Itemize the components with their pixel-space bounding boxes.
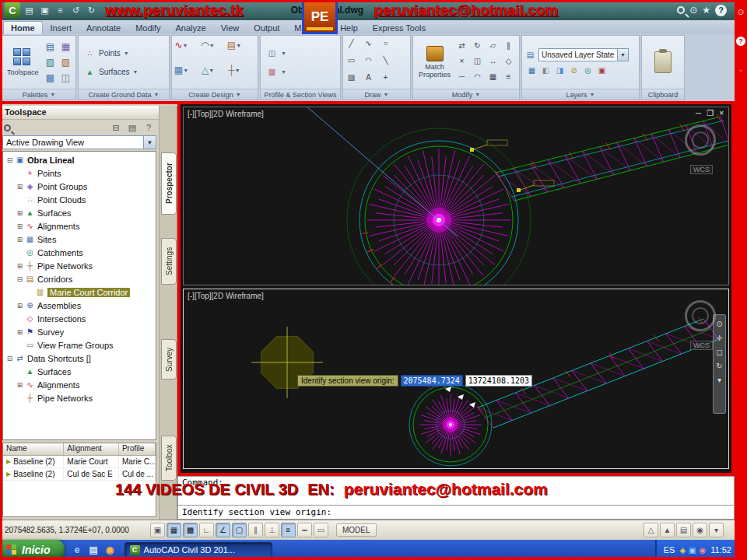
tree-expand-toggle[interactable]: ⊞ [16,183,23,191]
ribbon-tab-annotate[interactable]: Annotate [79,22,128,34]
restore-viewport-icon[interactable]: ❐ [707,109,714,117]
wcs-label[interactable]: WCS [690,165,713,174]
tray-network-icon[interactable]: ▣ [689,546,696,555]
tree-item-pipe-networks[interactable]: ┼Pipe Networks [3,391,156,404]
tree-expand-toggle[interactable]: ⊞ [16,328,23,336]
layer-match-icon[interactable]: ▣ [596,65,608,76]
toolspace-tab-prospector[interactable]: Prospector [161,152,177,215]
toolspace-tab-toolbox[interactable]: Toolbox [161,436,177,481]
tree-item-assemblies[interactable]: ⊞⊕Assemblies [3,299,156,312]
ribbon-tab-express-tools[interactable]: Express Tools [366,22,433,34]
infer-constraints-icon[interactable]: ▣ [150,523,165,537]
media-player-icon[interactable]: ◉ [103,544,117,557]
item-view-icon[interactable]: ⊟ [110,121,122,134]
tree-expand-toggle[interactable]: ⊞ [16,209,23,217]
grid-icon[interactable]: ▩ [183,523,198,537]
panel-label-ground[interactable]: Create Ground Data▼ [79,89,169,100]
layer-state-dropdown[interactable]: Unsaved Layer State▼ [538,48,629,61]
layer-off-icon[interactable]: ◧ [540,65,552,76]
plot-icon[interactable]: ≡ [54,4,67,17]
otrack-icon[interactable]: ∥ [248,523,263,537]
workspace-switching-icon[interactable]: ◉ [693,523,707,537]
explode-tool-icon[interactable]: ≡ [503,71,514,82]
hatch-tool-icon[interactable]: ▨ [345,72,357,83]
panel-label-design[interactable]: Create Design▼ [172,89,258,100]
view-selector-dropdown[interactable]: Active Drawing View▼ [2,135,156,149]
app-icon[interactable]: C [5,2,20,18]
tree-expand-toggle[interactable]: ⊞ [16,222,23,230]
tree-expand-toggle[interactable]: ⊟ [6,156,13,164]
paste-button[interactable] [652,50,674,75]
language-indicator[interactable]: ES [664,545,675,555]
viewport-top[interactable]: [-][Top][2D Wireframe] ─ ❐ × WCS [183,107,729,285]
ribbon-tab-view[interactable]: View [214,22,247,34]
toolspace-help-icon[interactable]: ? [142,121,155,134]
erase-tool-icon[interactable]: × [456,55,468,67]
quick-properties-icon[interactable]: ▭ [314,523,328,537]
table-column-name[interactable]: Name [3,443,64,455]
undo-icon[interactable]: ↺ [69,4,82,17]
toolspace-search-icon[interactable] [4,124,11,131]
navbar-menu-icon[interactable]: ▾ [717,376,721,384]
ribbon-tab-output[interactable]: Output [247,22,286,34]
tree-item-pipe-networks[interactable]: ⊞┼Pipe Networks [3,259,156,272]
corridor-tool-icon[interactable]: ▤▼ [227,38,241,52]
trim-tool-icon[interactable]: ─ [456,71,468,82]
panel-label-modify[interactable]: Modify▼ [413,89,519,100]
tree-item-point-clouds[interactable]: ∴Point Clouds [3,193,156,206]
panel-label-layers[interactable]: Layers▼ [522,89,639,100]
tooltip-x-input[interactable]: 2075484.7324 [401,375,463,387]
tree-expand-toggle[interactable]: ⊞ [16,236,23,243]
zoom-icon[interactable]: ◻ [716,348,722,356]
show-desktop-icon[interactable]: ▤ [87,544,100,557]
ie-quicklaunch-icon[interactable]: e [71,544,84,557]
tree-item-sites[interactable]: ⊞▦Sites [3,233,156,246]
tree-item-marie-court-corridor[interactable]: ▥Marie Court Corridor [3,285,156,299]
redo-icon[interactable]: ↻ [85,4,98,17]
offset-tool-icon[interactable]: ∥ [503,40,514,51]
parcel-tool-icon[interactable]: ▦▼ [174,63,188,77]
table-column-alignment[interactable]: Alignment [64,443,119,455]
rotate-tool-icon[interactable]: ↻ [472,40,483,51]
panel-label-palettes[interactable]: Palettes▼ [2,89,75,100]
section-views-button[interactable]: ▥▼ [263,65,338,79]
tree-item-view-frame-groups[interactable]: ▭View Frame Groups [3,338,156,352]
tree-expand-toggle[interactable]: ⊞ [16,381,23,389]
ribbon-tab-analyze[interactable]: Analyze [169,22,213,34]
autoscale-icon[interactable]: ▤ [676,523,691,537]
command-prompt[interactable]: Identify section view origin: [178,505,734,519]
tree-item-alignments[interactable]: ⊞∿Alignments [3,378,156,391]
preview-area-icon[interactable]: ▤ [126,121,139,134]
tray-volume-icon[interactable]: ◉ [700,546,707,555]
ducs-icon[interactable]: ⊥ [265,523,279,537]
points-menu-button[interactable]: ∴ Points▼ [81,46,167,61]
ribbon-tab-help[interactable]: Help [333,22,365,34]
text-tool-icon[interactable]: A [363,72,374,83]
viewcube[interactable] [685,300,716,331]
snap-icon[interactable]: ▦ [167,523,181,537]
orbit-icon[interactable]: ↻ [716,362,722,370]
ribbon-tab-insert[interactable]: Insert [44,22,79,34]
viewport-bottom[interactable]: [-][Top][2D Wireframe] WCS ⊙ ✛ ◻ ↻ ▾ Ide… [183,289,729,469]
toolspace-button[interactable]: Toolspace [5,47,41,78]
tree-item-obra-lineal[interactable]: ⊟▣Obra Lineal [3,153,156,166]
layer-isolate-icon[interactable]: ◎ [582,65,594,76]
point-tool-icon[interactable]: + [380,72,391,83]
survey-palette-icon[interactable]: ▨ [59,55,73,69]
panel-label-draw[interactable]: Draw▼ [343,89,410,100]
osnap-icon[interactable]: ▢ [232,523,247,537]
layer-freeze-icon[interactable]: ◨ [554,65,566,76]
polar-tracking-icon[interactable]: ∠ [216,523,230,537]
toolspace-tab-survey[interactable]: Survey [161,339,177,380]
line-tool-icon[interactable]: ╱ [345,37,357,49]
model-space-button[interactable]: MODEL [336,523,377,537]
tree-expand-toggle[interactable]: ⊟ [6,355,13,362]
tree-expand-toggle[interactable]: ⊟ [16,275,23,283]
tree-item-corridors[interactable]: ⊟▤Corridors [3,272,156,285]
tree-item-point-groups[interactable]: ⊞◈Point Groups [3,180,156,193]
arc-tool-icon[interactable]: ◠ [363,54,374,66]
stretch-tool-icon[interactable]: ↔ [487,55,499,67]
polyline-tool-icon[interactable]: ∿ [363,37,374,49]
layer-lock-icon[interactable]: ⊘ [568,65,580,76]
lineweight-icon[interactable]: ━ [297,523,312,537]
